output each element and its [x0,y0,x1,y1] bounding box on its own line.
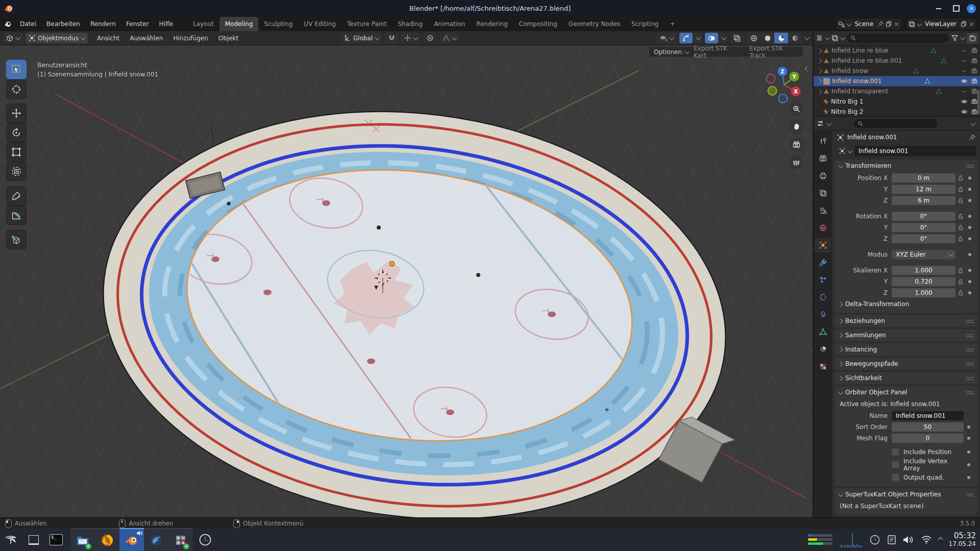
zoom-control[interactable] [789,102,803,116]
lock-icon[interactable] [958,224,964,231]
navigation-gizmo[interactable]: Z Y X [765,66,803,105]
display-mode-icon[interactable] [831,35,838,41]
tab-render[interactable] [815,152,830,165]
outliner-row[interactable]: Infield Line re blue.001 [814,56,980,66]
tab-object-data[interactable] [815,325,830,339]
outliner-search[interactable] [847,34,949,43]
disable-render-icon[interactable] [971,47,977,54]
include-vertex-array-checkbox[interactable] [892,461,899,468]
tab-modeling[interactable]: Modeling [219,17,259,31]
relations-panel[interactable]: Beziehungen [835,315,978,327]
animate-dot[interactable] [968,177,971,180]
animate-dot[interactable] [968,215,971,218]
hide-viewport-icon[interactable] [961,109,967,115]
thunderbird-app[interactable] [144,528,168,551]
export-stk-kart-button[interactable]: Export STK Kart [689,47,746,57]
menu-objekt[interactable]: Objekt [213,33,243,44]
viewlayer-name[interactable]: ViewLayer [923,20,959,28]
tab-output[interactable] [815,169,830,183]
collections-panel[interactable]: Sammlungen [835,329,978,341]
filter-icon[interactable] [951,35,958,41]
menu-datei[interactable]: Datei [15,18,41,30]
rotation-z-field[interactable]: 0° [892,234,955,243]
editor-type-icon[interactable] [817,120,824,127]
tool-cursor[interactable] [6,80,27,99]
show-desktop-button[interactable] [22,529,45,551]
stk-panel-header[interactable]: SuperTuxKart Object Properties [835,488,978,500]
rotation-mode-dropdown[interactable]: XYZ Euler [892,250,955,259]
overlays-dropdown[interactable] [719,33,727,43]
hide-viewport-icon[interactable] [961,68,967,74]
panel-grip[interactable] [966,164,974,168]
minimize-button[interactable] [932,4,945,13]
position-y-field[interactable]: 12 m [892,185,955,194]
calculator-app[interactable]: + [168,528,193,551]
firefox-app[interactable] [95,528,119,551]
tab-layout[interactable]: Layout [187,17,219,31]
instancing-panel[interactable]: Instancing [835,343,978,356]
rotation-x-field[interactable]: 0° [892,212,955,221]
disable-render-icon[interactable] [971,68,977,74]
output-quad-checkbox[interactable] [892,473,899,481]
hide-viewport-icon[interactable] [961,98,967,105]
file-manager-app[interactable]: + [70,528,95,551]
xray-toggle[interactable] [730,33,744,43]
lock-icon[interactable] [958,213,964,219]
properties-search[interactable] [854,119,938,128]
tool-annotate[interactable] [6,186,27,206]
animate-dot[interactable] [968,226,971,229]
tool-scale[interactable] [6,142,27,162]
snap-toggle[interactable] [385,33,398,43]
object-origin[interactable] [390,262,395,266]
object-name-field[interactable]: Infield snow.001 [854,146,976,156]
lock-icon[interactable] [958,175,964,181]
transform-orientation[interactable]: Global [341,33,382,43]
clipboard-icon[interactable] [887,535,896,545]
editor-type-button[interactable] [3,33,22,43]
tab-uv-editing[interactable]: UV Editing [298,17,341,31]
tool-rotate[interactable] [6,123,27,142]
pan-control[interactable] [789,119,803,134]
tab-material[interactable] [815,342,830,356]
gizmos-dropdown[interactable] [694,33,702,43]
animate-dot[interactable] [968,269,971,272]
scene-canvas[interactable] [0,31,813,517]
hide-viewport-icon[interactable] [961,47,967,54]
tool-transform[interactable] [6,162,27,181]
menu-bearbeiten[interactable]: Bearbeiten [41,18,85,30]
hide-viewport-icon[interactable] [961,58,967,64]
wifi-icon[interactable] [921,535,932,544]
disable-render-icon[interactable] [971,58,977,64]
tab-sculpting[interactable]: Sculpting [258,17,298,31]
scale-y-field[interactable]: 0.720 [892,277,955,286]
taskbar-clock[interactable]: 05:32 17.05.24 [949,532,976,547]
menu-auswaehlen[interactable]: Auswählen [125,33,168,44]
system-monitor-bars[interactable] [808,533,832,546]
tab-scripting[interactable]: Scripting [626,17,664,31]
delta-transform-header[interactable]: Delta-Transformation [835,298,978,310]
tab-animation[interactable]: Animation [428,17,471,31]
tab-tool[interactable] [815,134,830,148]
animate-dot[interactable] [968,291,971,294]
animate-dot[interactable] [968,237,971,240]
new-collection-button[interactable] [967,33,978,43]
outliner-row[interactable]: Nitro Big 2 [814,107,980,117]
menu-hilfe[interactable]: Hilfe [154,18,178,30]
include-position-checkbox[interactable] [892,448,899,456]
animate-dot[interactable] [967,476,970,479]
lock-icon[interactable] [958,279,964,285]
rink-boards[interactable] [80,77,749,517]
scene-selector[interactable]: Scene [836,18,902,30]
tab-particles[interactable] [815,273,830,287]
proportional-falloff-dropdown[interactable] [439,33,459,43]
tray-clock-icon[interactable] [869,534,880,545]
disable-render-icon[interactable] [971,109,977,115]
animate-dot[interactable] [967,463,970,466]
maximize-button[interactable] [949,4,963,13]
shading-wireframe-button[interactable] [747,33,761,43]
menu-hinzufuegen[interactable]: Hinzufügen [168,33,213,44]
tab-rendering[interactable]: Rendering [471,17,513,31]
export-stk-track-button[interactable]: Export STK Track [745,47,803,57]
disable-render-icon[interactable] [971,78,977,84]
volume-icon[interactable] [903,535,914,544]
